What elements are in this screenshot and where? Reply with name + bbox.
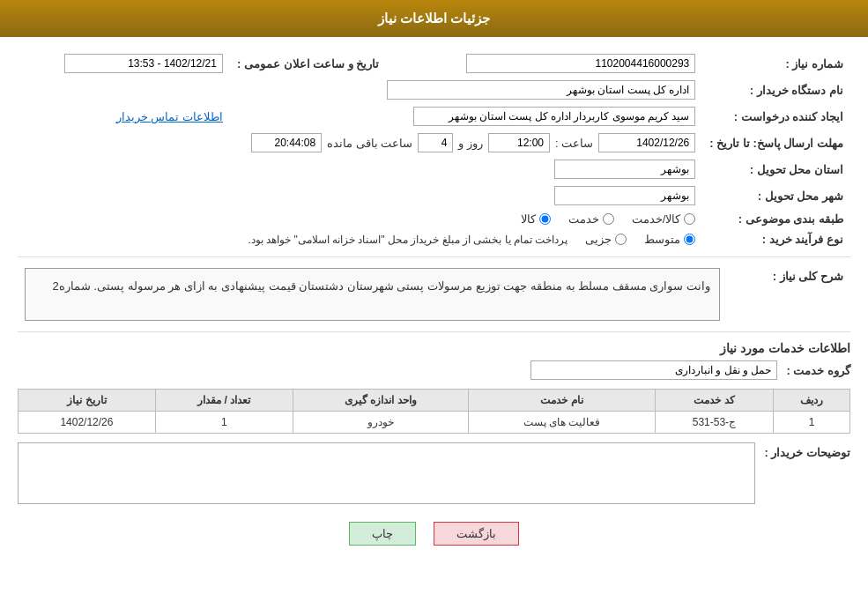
deadline-remain-input[interactable] bbox=[251, 133, 322, 152]
creator-cell bbox=[230, 103, 702, 130]
services-table: ردیف کد خدمت نام خدمت واحد اندازه گیری ت… bbox=[18, 389, 850, 434]
buyer-org-label: نام دستگاه خریدار : bbox=[702, 77, 850, 103]
service-group-input[interactable] bbox=[530, 360, 777, 380]
buyer-org-cell bbox=[18, 77, 702, 103]
province-cell bbox=[18, 156, 702, 182]
need-desc-label: شرح کلی نیاز : bbox=[727, 264, 850, 324]
city-input[interactable] bbox=[554, 186, 695, 205]
need-number-row: شماره نیاز : تاریخ و ساعت اعلان عمومی : bbox=[18, 50, 850, 77]
announcement-label: تاریخ و ساعت اعلان عمومی : bbox=[230, 50, 386, 77]
category-label: طبقه بندی موضوعی : bbox=[702, 209, 850, 229]
purchase-type-jozi[interactable]: جزیی bbox=[585, 233, 627, 246]
need-desc-table: شرح کلی نیاز : وانت سواری مسقف مسلط به م… bbox=[18, 264, 850, 324]
buyer-org-input[interactable] bbox=[387, 80, 695, 100]
buttons-row: بازگشت چاپ bbox=[18, 513, 850, 559]
announcement-cell bbox=[18, 50, 230, 77]
category-radio-group: کالا/خدمت خدمت کالا bbox=[25, 212, 695, 226]
creator-input[interactable] bbox=[413, 107, 695, 126]
category-option-kala[interactable]: کالا bbox=[521, 212, 551, 226]
page-container: جزئیات اطلاعات نیاز شماره نیاز : تاریخ و… bbox=[0, 0, 868, 609]
city-label: شهر محل تحویل : bbox=[702, 182, 850, 209]
city-row: شهر محل تحویل : bbox=[18, 182, 850, 209]
col-unit: واحد اندازه گیری bbox=[293, 390, 469, 412]
col-row: ردیف bbox=[774, 390, 850, 412]
purchase-type-motawaset[interactable]: متوسط bbox=[644, 233, 695, 246]
contact-link[interactable]: اطلاعات تماس خریدار bbox=[116, 110, 223, 123]
creator-label: ایجاد کننده درخواست : bbox=[702, 103, 850, 130]
deadline-row: مهلت ارسال پاسخ: تا تاریخ : ساعت : روز و… bbox=[18, 130, 850, 156]
purchase-type-cell: متوسط جزیی پرداخت تمام یا بخشی از مبلغ خ… bbox=[18, 229, 702, 249]
need-desc-cell: وانت سواری مسقف مسلط به منطقه جهت توزیع … bbox=[18, 264, 727, 324]
category-cell: کالا/خدمت خدمت کالا bbox=[18, 209, 702, 229]
col-date: تاریخ نیاز bbox=[19, 390, 156, 412]
table-row: 1ج-53-531فعالیت های پستخودرو11402/12/26 bbox=[19, 412, 850, 434]
table-header-row: ردیف کد خدمت نام خدمت واحد اندازه گیری ت… bbox=[19, 390, 850, 412]
service-group-label: گروه خدمت : bbox=[786, 364, 850, 377]
need-desc-box: وانت سواری مسقف مسلط به منطقه جهت توزیع … bbox=[25, 268, 720, 321]
buyer-desc-textarea[interactable] bbox=[18, 442, 755, 504]
purchase-type-label: نوع فرآیند خرید : bbox=[702, 229, 850, 249]
deadline-time-label: ساعت : bbox=[555, 137, 593, 150]
need-desc-row: شرح کلی نیاز : وانت سواری مسقف مسلط به م… bbox=[18, 264, 850, 324]
deadline-cell: ساعت : روز و ساعت باقی مانده bbox=[18, 130, 702, 156]
need-number-label: شماره نیاز : bbox=[702, 50, 850, 77]
category-option-khedmat[interactable]: خدمت bbox=[568, 212, 614, 226]
divider-2 bbox=[18, 331, 850, 332]
col-name: نام خدمت bbox=[469, 390, 656, 412]
announcement-input[interactable] bbox=[64, 54, 223, 73]
back-button[interactable]: بازگشت bbox=[434, 522, 519, 546]
deadline-days-input[interactable] bbox=[418, 133, 453, 152]
print-button[interactable]: چاپ bbox=[349, 522, 416, 546]
province-input[interactable] bbox=[554, 160, 695, 179]
deadline-remain-label: ساعت باقی مانده bbox=[327, 137, 412, 150]
page-header: جزئیات اطلاعات نیاز bbox=[0, 0, 868, 37]
category-row: طبقه بندی موضوعی : کالا/خدمت خدمت کالا bbox=[18, 209, 850, 229]
col-qty: تعداد / مقدار bbox=[155, 390, 293, 412]
creator-row: ایجاد کننده درخواست : اطلاعات تماس خریدا… bbox=[18, 103, 850, 130]
need-number-cell bbox=[404, 50, 702, 77]
col-code: کد خدمت bbox=[655, 390, 773, 412]
main-form-table: شماره نیاز : تاریخ و ساعت اعلان عمومی : … bbox=[18, 50, 850, 249]
buyer-desc-label: توضیحات خریدار : bbox=[764, 442, 850, 459]
deadline-time-input[interactable] bbox=[488, 133, 550, 152]
deadline-label: مهلت ارسال پاسخ: تا تاریخ : bbox=[702, 130, 850, 156]
buyer-org-row: نام دستگاه خریدار : bbox=[18, 77, 850, 103]
contact-link-cell: اطلاعات تماس خریدار bbox=[18, 103, 230, 130]
city-cell bbox=[18, 182, 702, 209]
divider-1 bbox=[18, 256, 850, 257]
service-info-title: اطلاعات خدمات مورد نیاز bbox=[18, 341, 850, 355]
deadline-date-input[interactable] bbox=[598, 133, 695, 152]
category-option-kala-khedmat[interactable]: کالا/خدمت bbox=[632, 212, 696, 226]
content-area: شماره نیاز : تاریخ و ساعت اعلان عمومی : … bbox=[0, 37, 868, 572]
service-group-row: گروه خدمت : bbox=[18, 360, 850, 380]
need-number-input[interactable] bbox=[466, 54, 695, 73]
purchase-note: پرداخت تمام یا بخشی از مبلغ خریداز محل "… bbox=[248, 234, 568, 246]
province-label: استان محل تحویل : bbox=[702, 156, 850, 182]
purchase-type-row: نوع فرآیند خرید : متوسط جزیی bbox=[18, 229, 850, 249]
page-title: جزئیات اطلاعات نیاز bbox=[378, 11, 490, 26]
deadline-days-label: روز و bbox=[458, 137, 483, 150]
purchase-type-radio-group: متوسط جزیی bbox=[585, 233, 695, 246]
buyer-desc-row: توضیحات خریدار : bbox=[18, 442, 850, 504]
province-row: استان محل تحویل : bbox=[18, 156, 850, 182]
